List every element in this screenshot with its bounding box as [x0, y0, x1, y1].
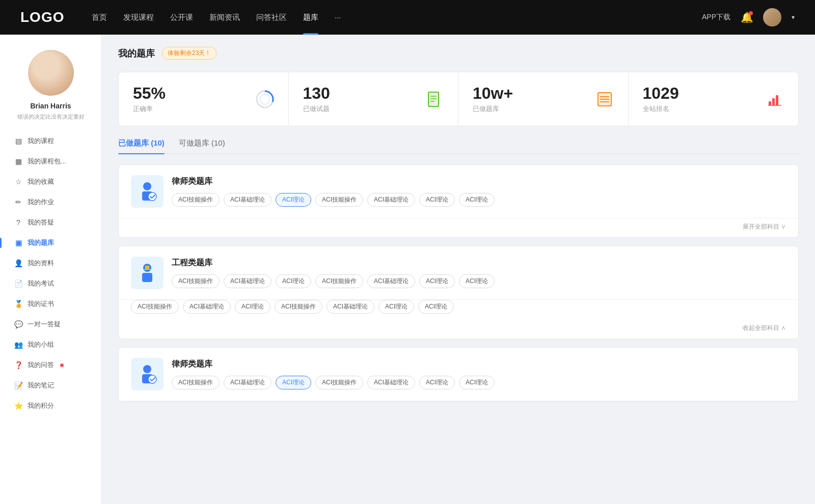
bank-tag-6[interactable]: ACI理论 — [459, 376, 495, 389]
notification-bell[interactable]: 🔔 — [741, 11, 753, 23]
sidebar-item-我的考试[interactable]: 📄我的考试 — [0, 273, 101, 294]
bank-tag-4[interactable]: ACI基础理论 — [367, 193, 415, 207]
sidebar-item-我的笔记[interactable]: 📝我的笔记 — [0, 375, 101, 396]
nav-link-公开课[interactable]: 公开课 — [170, 13, 193, 22]
bank-tag-6[interactable]: ACI理论 — [459, 274, 495, 288]
lawyer-icon — [131, 358, 164, 390]
expand-button-0[interactable]: 展开全部科目 ∨ — [743, 222, 786, 231]
sidebar-item-我的问答[interactable]: ❓我的问答 — [0, 355, 101, 375]
tab-1[interactable]: 可做题库 (10) — [179, 138, 225, 153]
stat-card-0: 55% 正确率 — [119, 72, 289, 126]
sidebar-item-我的课程[interactable]: ▤我的课程 — [0, 131, 101, 151]
sidebar-item-一对一答疑[interactable]: 💬一对一答疑 — [0, 314, 101, 334]
sidebar-icon-chat: 💬 — [14, 320, 22, 328]
bank-tag-r2-6[interactable]: ACI理论 — [418, 300, 454, 314]
expand-button-1[interactable]: 收起全部科目 ∧ — [743, 324, 786, 332]
sidebar-item-我的作业[interactable]: ✏我的作业 — [0, 192, 101, 212]
bank-info: 律师类题库ACI技能操作ACI基础理论ACI理论ACI技能操作ACI基础理论AC… — [172, 359, 786, 389]
banks-container: 律师类题库ACI技能操作ACI基础理论ACI理论ACI技能操作ACI基础理论AC… — [118, 164, 799, 402]
avatar-image — [763, 8, 781, 26]
tab-0[interactable]: 已做题库 (10) — [118, 138, 165, 153]
nav-link-问答社区[interactable]: 问答社区 — [256, 13, 287, 22]
stat-card-3: 1029 全站排名 — [629, 72, 799, 126]
bank-tag-0[interactable]: ACI技能操作 — [172, 376, 220, 389]
stat-icon-1 — [425, 90, 444, 108]
stat-text: 130 已做试题 — [303, 85, 418, 114]
trial-badge: 体验剩余23天！ — [162, 47, 216, 60]
bank-tag-3[interactable]: ACI技能操作 — [315, 376, 363, 389]
sidebar-item-我的收藏[interactable]: ☆我的收藏 — [0, 172, 101, 192]
bank-tag-1[interactable]: ACI基础理论 — [224, 274, 271, 288]
bank-info: 工程类题库ACI技能操作ACI基础理论ACI理论ACI技能操作ACI基础理论AC… — [172, 258, 786, 288]
stat-value: 55% — [133, 85, 248, 102]
bank-tag-4[interactable]: ACI基础理论 — [367, 274, 415, 288]
sidebar-icon-person: 👤 — [14, 259, 22, 267]
bank-tag-0[interactable]: ACI技能操作 — [172, 274, 220, 288]
bank-tags-row1: ACI技能操作ACI基础理论ACI理论ACI技能操作ACI基础理论ACI理论AC… — [172, 274, 786, 288]
sidebar-icon-quiz: ▣ — [14, 239, 22, 247]
bank-tag-2[interactable]: ACI理论 — [276, 193, 311, 207]
page-title: 我的题库 — [118, 47, 155, 60]
bank-tag-r2-2[interactable]: ACI理论 — [235, 300, 270, 314]
sidebar-item-label: 一对一答疑 — [28, 320, 61, 329]
app-download-button[interactable]: APP下载 — [702, 13, 730, 22]
bank-tag-3[interactable]: ACI技能操作 — [315, 274, 363, 288]
sidebar-item-label: 我的题库 — [28, 238, 54, 247]
bank-header-1: 工程类题库ACI技能操作ACI基础理论ACI理论ACI技能操作ACI基础理论AC… — [119, 246, 798, 300]
bank-tag-5[interactable]: ACI理论 — [419, 193, 455, 207]
sidebar-item-label: 我的课程包... — [28, 157, 66, 166]
lawyer-icon — [131, 175, 164, 208]
nav-link-题库[interactable]: 题库 — [303, 13, 318, 22]
sidebar-item-我的题库[interactable]: ▣我的题库 — [0, 233, 101, 253]
bank-tag-2[interactable]: ACI理论 — [276, 376, 311, 389]
bank-tag-0[interactable]: ACI技能操作 — [172, 193, 220, 207]
nav-link-首页[interactable]: 首页 — [92, 13, 107, 22]
bank-tag-r2-4[interactable]: ACI基础理论 — [327, 300, 374, 314]
sidebar-item-我的课程包...[interactable]: ▦我的课程包... — [0, 151, 101, 172]
sidebar-icon-question: ? — [14, 218, 22, 227]
bank-section-1: 工程类题库ACI技能操作ACI基础理论ACI理论ACI技能操作ACI基础理论AC… — [118, 246, 799, 339]
sidebar-item-我的资料[interactable]: 👤我的资料 — [0, 253, 101, 273]
sidebar-item-label: 我的收藏 — [28, 177, 54, 186]
nav-link-新闻资讯[interactable]: 新闻资讯 — [209, 13, 240, 22]
bank-tag-r2-3[interactable]: ACI技能操作 — [275, 300, 322, 314]
avatar[interactable] — [763, 8, 781, 26]
page-header: 我的题库 体验剩余23天！ — [118, 47, 799, 60]
bank-tag-3[interactable]: ACI技能操作 — [315, 193, 363, 207]
chevron-down-icon[interactable]: ▾ — [792, 14, 795, 21]
stat-icon-2 — [595, 90, 614, 108]
bank-tag-r2-0[interactable]: ACI技能操作 — [131, 300, 179, 314]
bank-tag-r2-1[interactable]: ACI基础理论 — [183, 300, 231, 314]
bank-title: 工程类题库 — [172, 258, 786, 268]
sidebar-username: Brian Harris — [30, 102, 71, 110]
stat-label: 已做试题 — [303, 104, 418, 114]
svg-rect-24 — [145, 266, 149, 268]
sidebar-item-我的积分[interactable]: ⭐我的积分 — [0, 396, 101, 416]
sidebar-icon-note: 📝 — [14, 381, 22, 389]
nav-link-发现课程[interactable]: 发现课程 — [123, 13, 154, 22]
svg-rect-15 — [776, 95, 778, 105]
sidebar-item-我的答疑[interactable]: ?我的答疑 — [0, 212, 101, 233]
bank-tag-5[interactable]: ACI理论 — [419, 274, 455, 288]
sidebar-item-我的证书[interactable]: 🏅我的证书 — [0, 294, 101, 314]
sidebar-item-我的小组[interactable]: 👥我的小组 — [0, 334, 101, 355]
bank-tag-r2-5[interactable]: ACI理论 — [378, 300, 414, 314]
logo: LOGO — [20, 9, 71, 25]
bank-tag-6[interactable]: ACI理论 — [459, 193, 495, 207]
stat-value: 130 — [303, 85, 418, 102]
stat-text: 55% 正确率 — [133, 85, 248, 114]
stat-icon-3 — [766, 90, 784, 108]
sidebar-icon-cert: 🏅 — [14, 300, 22, 308]
sidebar-item-label: 我的笔记 — [28, 381, 54, 390]
nav-link-···[interactable]: ··· — [335, 13, 341, 22]
avatar-image — [28, 50, 74, 96]
bank-tag-4[interactable]: ACI基础理论 — [367, 376, 415, 389]
bank-tag-1[interactable]: ACI基础理论 — [224, 376, 271, 389]
sidebar-item-label: 我的考试 — [28, 279, 54, 288]
bank-tag-2[interactable]: ACI理论 — [276, 274, 311, 288]
svg-point-18 — [143, 182, 151, 190]
bank-tag-1[interactable]: ACI基础理论 — [224, 193, 271, 207]
sidebar-item-label: 我的答疑 — [28, 218, 54, 227]
engineer-icon — [131, 257, 164, 289]
bank-tag-5[interactable]: ACI理论 — [419, 376, 455, 389]
